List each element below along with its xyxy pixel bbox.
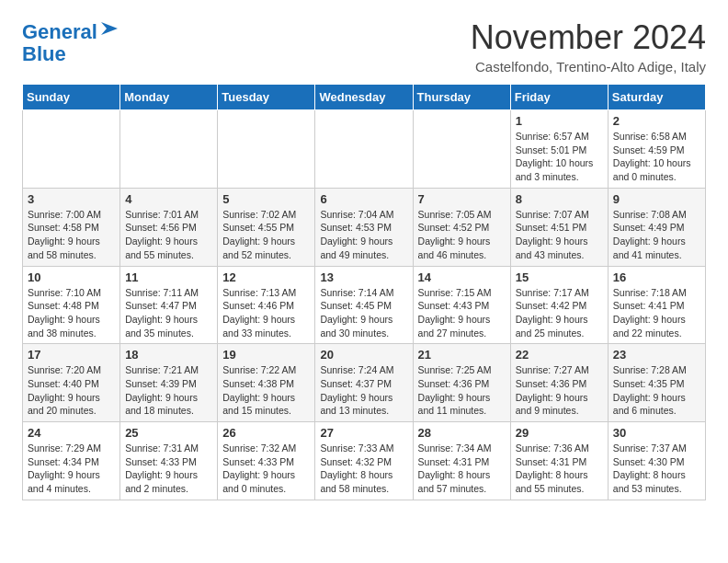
day-number: 2	[613, 114, 700, 128]
col-header-monday: Monday	[120, 85, 218, 110]
calendar-cell: 21Sunrise: 7:25 AM Sunset: 4:36 PM Dayli…	[413, 344, 510, 422]
day-info: Sunrise: 7:27 AM Sunset: 4:36 PM Dayligh…	[516, 363, 603, 418]
day-info: Sunrise: 7:36 AM Sunset: 4:31 PM Dayligh…	[516, 442, 603, 496]
day-number: 14	[418, 270, 506, 284]
day-info: Sunrise: 7:24 AM Sunset: 4:37 PM Dayligh…	[320, 363, 407, 418]
day-info: Sunrise: 7:37 AM Sunset: 4:30 PM Dayligh…	[613, 442, 700, 496]
calendar-cell	[315, 110, 413, 189]
calendar-cell: 7Sunrise: 7:05 AM Sunset: 4:52 PM Daylig…	[413, 188, 510, 266]
day-number: 17	[28, 348, 115, 362]
calendar-cell: 8Sunrise: 7:07 AM Sunset: 4:51 PM Daylig…	[510, 188, 608, 266]
week-row-1: 3Sunrise: 7:00 AM Sunset: 4:58 PM Daylig…	[23, 188, 706, 266]
day-number: 20	[320, 348, 407, 362]
calendar-table: SundayMondayTuesdayWednesdayThursdayFrid…	[22, 84, 706, 500]
day-number: 30	[613, 426, 700, 440]
month-title: November 2024	[471, 18, 706, 57]
calendar-cell: 1Sunrise: 6:57 AM Sunset: 5:01 PM Daylig…	[510, 110, 608, 189]
day-info: Sunrise: 7:02 AM Sunset: 4:55 PM Dayligh…	[222, 208, 310, 262]
day-number: 23	[613, 348, 700, 362]
calendar-cell: 14Sunrise: 7:15 AM Sunset: 4:43 PM Dayli…	[413, 266, 510, 344]
week-row-3: 17Sunrise: 7:20 AM Sunset: 4:40 PM Dayli…	[23, 344, 706, 422]
day-number: 7	[418, 192, 506, 206]
col-header-wednesday: Wednesday	[315, 85, 413, 110]
calendar-cell	[23, 110, 120, 189]
calendar-cell: 16Sunrise: 7:18 AM Sunset: 4:41 PM Dayli…	[608, 266, 705, 344]
calendar-cell: 28Sunrise: 7:34 AM Sunset: 4:31 PM Dayli…	[413, 422, 510, 500]
day-info: Sunrise: 7:28 AM Sunset: 4:35 PM Dayligh…	[613, 363, 700, 418]
day-number: 12	[222, 270, 310, 284]
day-info: Sunrise: 7:04 AM Sunset: 4:53 PM Dayligh…	[320, 208, 407, 262]
day-info: Sunrise: 7:00 AM Sunset: 4:58 PM Dayligh…	[28, 208, 115, 262]
header: General Blue November 2024 Castelfondo, …	[22, 18, 706, 75]
day-number: 9	[613, 192, 700, 206]
day-info: Sunrise: 7:01 AM Sunset: 4:56 PM Dayligh…	[125, 208, 212, 262]
day-number: 5	[222, 192, 310, 206]
header-row: SundayMondayTuesdayWednesdayThursdayFrid…	[23, 85, 706, 110]
day-info: Sunrise: 7:20 AM Sunset: 4:40 PM Dayligh…	[28, 363, 115, 418]
calendar-cell	[218, 110, 315, 189]
day-info: Sunrise: 7:22 AM Sunset: 4:38 PM Dayligh…	[222, 363, 310, 418]
calendar-cell: 5Sunrise: 7:02 AM Sunset: 4:55 PM Daylig…	[218, 188, 315, 266]
col-header-saturday: Saturday	[608, 85, 705, 110]
calendar-cell: 6Sunrise: 7:04 AM Sunset: 4:53 PM Daylig…	[315, 188, 413, 266]
day-info: Sunrise: 7:31 AM Sunset: 4:33 PM Dayligh…	[125, 442, 212, 496]
col-header-friday: Friday	[510, 85, 608, 110]
day-info: Sunrise: 6:58 AM Sunset: 4:59 PM Dayligh…	[613, 130, 700, 184]
day-info: Sunrise: 7:17 AM Sunset: 4:42 PM Dayligh…	[516, 286, 603, 340]
day-number: 25	[125, 426, 212, 440]
day-info: Sunrise: 7:15 AM Sunset: 4:43 PM Dayligh…	[418, 286, 506, 340]
day-info: Sunrise: 7:07 AM Sunset: 4:51 PM Dayligh…	[516, 208, 603, 262]
day-info: Sunrise: 7:29 AM Sunset: 4:34 PM Dayligh…	[28, 442, 115, 496]
day-number: 1	[516, 114, 603, 128]
col-header-tuesday: Tuesday	[218, 85, 315, 110]
day-number: 11	[125, 270, 212, 284]
calendar-cell: 4Sunrise: 7:01 AM Sunset: 4:56 PM Daylig…	[120, 188, 218, 266]
day-number: 3	[28, 192, 115, 206]
calendar-cell: 19Sunrise: 7:22 AM Sunset: 4:38 PM Dayli…	[218, 344, 315, 422]
calendar-cell: 27Sunrise: 7:33 AM Sunset: 4:32 PM Dayli…	[315, 422, 413, 500]
logo: General Blue	[22, 18, 119, 65]
day-number: 28	[418, 426, 506, 440]
week-row-0: 1Sunrise: 6:57 AM Sunset: 5:01 PM Daylig…	[23, 110, 706, 189]
day-number: 27	[320, 426, 407, 440]
day-number: 16	[613, 270, 700, 284]
day-info: Sunrise: 7:34 AM Sunset: 4:31 PM Dayligh…	[418, 442, 506, 496]
calendar-cell: 20Sunrise: 7:24 AM Sunset: 4:37 PM Dayli…	[315, 344, 413, 422]
logo-blue: Blue	[22, 42, 66, 65]
day-number: 24	[28, 426, 115, 440]
page: General Blue November 2024 Castelfondo, …	[0, 0, 728, 519]
week-row-4: 24Sunrise: 7:29 AM Sunset: 4:34 PM Dayli…	[23, 422, 706, 500]
col-header-sunday: Sunday	[23, 85, 120, 110]
logo-general: General	[22, 20, 97, 43]
location: Castelfondo, Trentino-Alto Adige, Italy	[471, 59, 706, 75]
calendar-cell: 2Sunrise: 6:58 AM Sunset: 4:59 PM Daylig…	[608, 110, 705, 189]
calendar-cell: 18Sunrise: 7:21 AM Sunset: 4:39 PM Dayli…	[120, 344, 218, 422]
logo-icon	[99, 18, 119, 39]
day-number: 8	[516, 192, 603, 206]
calendar-cell: 9Sunrise: 7:08 AM Sunset: 4:49 PM Daylig…	[608, 188, 705, 266]
day-info: Sunrise: 6:57 AM Sunset: 5:01 PM Dayligh…	[516, 130, 603, 184]
day-number: 4	[125, 192, 212, 206]
day-info: Sunrise: 7:25 AM Sunset: 4:36 PM Dayligh…	[418, 363, 506, 418]
calendar-cell: 22Sunrise: 7:27 AM Sunset: 4:36 PM Dayli…	[510, 344, 608, 422]
calendar-cell: 24Sunrise: 7:29 AM Sunset: 4:34 PM Dayli…	[23, 422, 120, 500]
day-info: Sunrise: 7:11 AM Sunset: 4:47 PM Dayligh…	[125, 286, 212, 340]
day-number: 10	[28, 270, 115, 284]
day-number: 19	[222, 348, 310, 362]
calendar-cell	[120, 110, 218, 189]
calendar-cell: 26Sunrise: 7:32 AM Sunset: 4:33 PM Dayli…	[218, 422, 315, 500]
day-number: 15	[516, 270, 603, 284]
day-info: Sunrise: 7:21 AM Sunset: 4:39 PM Dayligh…	[125, 363, 212, 418]
day-info: Sunrise: 7:32 AM Sunset: 4:33 PM Dayligh…	[222, 442, 310, 496]
calendar-cell: 13Sunrise: 7:14 AM Sunset: 4:45 PM Dayli…	[315, 266, 413, 344]
day-info: Sunrise: 7:05 AM Sunset: 4:52 PM Dayligh…	[418, 208, 506, 262]
week-row-2: 10Sunrise: 7:10 AM Sunset: 4:48 PM Dayli…	[23, 266, 706, 344]
day-number: 21	[418, 348, 506, 362]
day-info: Sunrise: 7:14 AM Sunset: 4:45 PM Dayligh…	[320, 286, 407, 340]
day-number: 18	[125, 348, 212, 362]
day-number: 29	[516, 426, 603, 440]
day-info: Sunrise: 7:08 AM Sunset: 4:49 PM Dayligh…	[613, 208, 700, 262]
day-number: 6	[320, 192, 407, 206]
day-info: Sunrise: 7:33 AM Sunset: 4:32 PM Dayligh…	[320, 442, 407, 496]
calendar-cell: 15Sunrise: 7:17 AM Sunset: 4:42 PM Dayli…	[510, 266, 608, 344]
